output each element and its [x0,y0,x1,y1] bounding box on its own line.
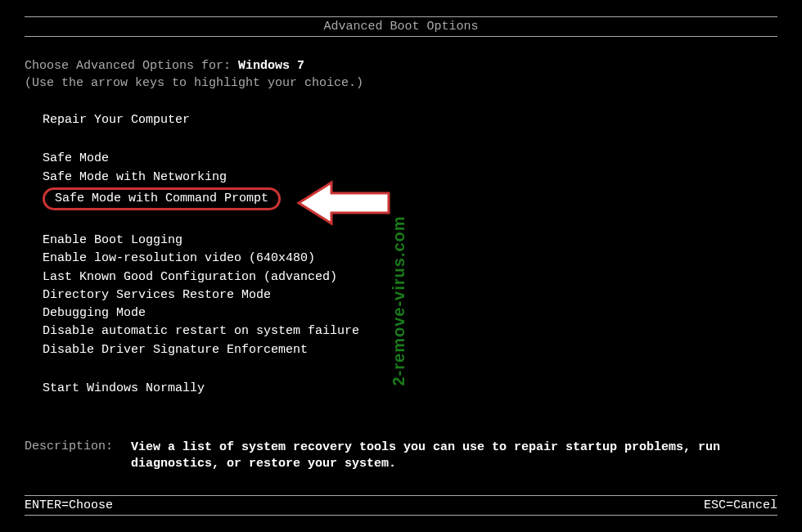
prompt-hint: (Use the arrow keys to highlight your ch… [25,76,363,90]
menu-group-safemode: Safe Mode Safe Mode with Networking Safe… [25,151,777,212]
menu-item-start-normally[interactable]: Start Windows Normally [43,381,205,397]
menu-group-normal: Start Windows Normally [25,381,777,399]
menu-item-lkgc[interactable]: Last Known Good Configuration (advanced) [43,269,337,286]
footer-esc: ESC=Cancel [704,498,777,512]
prompt-prefix: Choose Advanced Options for: [25,59,238,73]
description-label: Description: [25,440,131,473]
title-bar: Advanced Boot Options [25,16,777,37]
menu-item-safemode[interactable]: Safe Mode [43,151,109,167]
menu-item-disable-dse[interactable]: Disable Driver Signature Enforcement [43,342,308,358]
menu-item-safemode-networking[interactable]: Safe Mode with Networking [43,169,227,186]
menu-item-debugging[interactable]: Debugging Mode [43,305,146,322]
menu-item-safemode-cmd[interactable]: Safe Mode with Command Prompt [43,187,281,210]
menu-item-boot-logging[interactable]: Enable Boot Logging [43,232,182,249]
menu-group-repair: Repair Your Computer [25,112,777,130]
description-text: View a list of system recovery tools you… [131,440,777,473]
menu-item-repair[interactable]: Repair Your Computer [43,112,190,128]
prompt-section: Choose Advanced Options for: Windows 7 (… [25,57,777,92]
description-section: Description: View a list of system recov… [25,440,777,473]
menu-item-dsrm[interactable]: Directory Services Restore Mode [43,287,271,304]
page-title: Advanced Boot Options [323,20,478,34]
menu-group-advanced: Enable Boot Logging Enable low-resolutio… [25,232,777,360]
menu-item-lowres[interactable]: Enable low-resolution video (640x480) [43,250,315,267]
footer-enter: ENTER=Choose [25,498,113,512]
menu-item-disable-restart[interactable]: Disable automatic restart on system fail… [43,323,359,340]
os-name: Windows 7 [238,59,304,73]
footer-bar: ENTER=Choose ESC=Cancel [25,495,777,516]
